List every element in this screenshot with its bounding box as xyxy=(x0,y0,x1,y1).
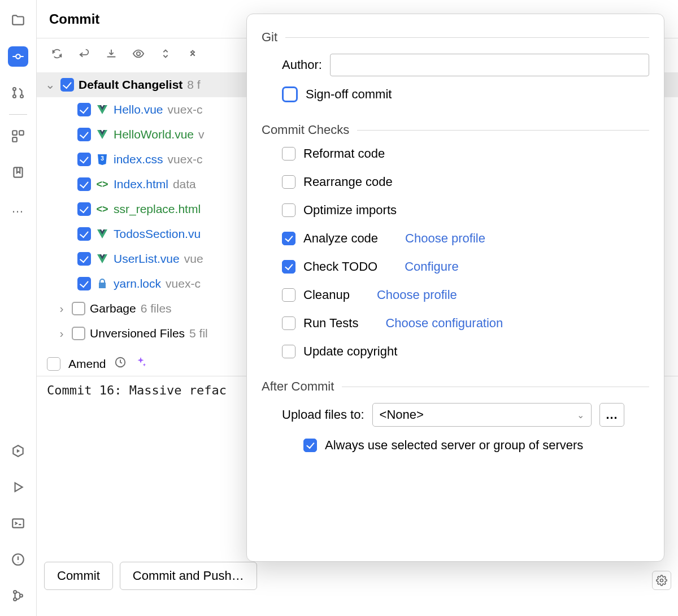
services-tool-icon[interactable] xyxy=(8,441,28,461)
bookmarks-tool-icon[interactable] xyxy=(8,162,28,183)
check-row: Check TODO Configure xyxy=(282,259,649,274)
file-checkbox[interactable] xyxy=(77,128,91,141)
check-label: Cleanup xyxy=(303,288,350,302)
panel-title: Commit xyxy=(49,11,99,27)
check-label: Reformat code xyxy=(303,146,385,161)
run-tests-config-link[interactable]: Choose configuration xyxy=(385,316,503,331)
group-label: Garbage xyxy=(90,302,136,315)
commit-tool-icon[interactable] xyxy=(8,46,28,67)
optimize-imports-checkbox[interactable] xyxy=(282,203,295,217)
file-name: Hello.vue xyxy=(114,103,163,116)
file-hint: vue xyxy=(184,252,203,266)
rollback-icon[interactable] xyxy=(74,44,94,64)
update-copyright-checkbox[interactable] xyxy=(282,345,295,358)
upload-label: Upload files to: xyxy=(282,407,364,422)
signoff-checkbox[interactable] xyxy=(282,86,298,102)
garbage-checkbox[interactable] xyxy=(72,302,85,315)
svg-point-3 xyxy=(20,95,23,98)
html-file-icon: <> xyxy=(95,202,109,216)
analyze-code-checkbox[interactable] xyxy=(282,232,295,245)
ai-sparkle-icon[interactable] xyxy=(134,356,147,371)
svg-point-16 xyxy=(660,579,663,582)
file-checkbox[interactable] xyxy=(77,103,91,116)
reformat-code-checkbox[interactable] xyxy=(282,147,295,160)
check-label: Analyze code xyxy=(303,231,378,246)
lock-file-icon xyxy=(95,277,109,290)
commit-button[interactable]: Commit xyxy=(44,562,113,590)
rearrange-code-checkbox[interactable] xyxy=(282,175,295,189)
file-hint: data xyxy=(173,177,196,191)
group-hint: 5 fil xyxy=(189,327,208,340)
check-row: Reformat code xyxy=(282,146,649,161)
divider xyxy=(357,130,649,131)
diff-preview-icon[interactable] xyxy=(128,44,149,64)
file-name: ssr_replace.html xyxy=(114,202,201,216)
always-use-label: Always use selected server or group of s… xyxy=(325,438,583,453)
commit-options-popup: Git Author: Sign-off commit Commit Check… xyxy=(246,14,664,562)
analyze-profile-link[interactable]: Choose profile xyxy=(405,231,485,246)
project-tool-icon[interactable] xyxy=(8,10,28,31)
file-checkbox[interactable] xyxy=(77,227,91,241)
vue-file-icon xyxy=(95,227,109,241)
run-tool-icon[interactable] xyxy=(8,477,28,497)
changelist-checkbox[interactable] xyxy=(60,78,74,92)
file-checkbox[interactable] xyxy=(77,252,91,266)
chevron-down-icon[interactable]: ⌄ xyxy=(45,78,56,92)
cleanup-profile-link[interactable]: Choose profile xyxy=(377,288,457,302)
file-hint: vuex-c xyxy=(168,103,203,116)
author-label: Author: xyxy=(282,58,322,72)
file-name: index.css xyxy=(114,153,163,166)
svg-rect-6 xyxy=(12,137,17,142)
divider xyxy=(285,37,649,38)
commit-and-push-button[interactable]: Commit and Push… xyxy=(120,562,257,590)
changelist-label: Default Changelist xyxy=(79,78,182,92)
terminal-tool-icon[interactable] xyxy=(8,513,28,533)
file-checkbox[interactable] xyxy=(77,153,91,166)
check-label: Update copyright xyxy=(303,344,397,359)
check-row: Rearrange code xyxy=(282,175,649,189)
more-tool-icon[interactable]: … xyxy=(8,198,28,219)
amend-checkbox[interactable] xyxy=(47,357,60,371)
file-checkbox[interactable] xyxy=(77,177,91,191)
amend-label: Amend xyxy=(68,357,106,371)
shelve-icon[interactable] xyxy=(101,44,121,64)
file-checkbox[interactable] xyxy=(77,277,91,290)
svg-point-12 xyxy=(20,595,23,597)
problems-tool-icon[interactable] xyxy=(8,549,28,570)
chevron-right-icon[interactable]: › xyxy=(56,302,67,315)
todo-configure-link[interactable]: Configure xyxy=(405,259,458,274)
pull-requests-tool-icon[interactable] xyxy=(8,83,28,103)
group-hint: 6 files xyxy=(141,302,172,315)
svg-point-11 xyxy=(14,598,16,601)
group-by-icon[interactable] xyxy=(182,44,203,64)
check-row: Analyze code Choose profile xyxy=(282,231,649,246)
cleanup-checkbox[interactable] xyxy=(282,288,295,302)
refresh-icon[interactable] xyxy=(47,44,67,64)
upload-browse-button[interactable]: … xyxy=(599,403,624,427)
svg-point-13 xyxy=(137,52,140,55)
svg-point-10 xyxy=(14,591,16,593)
file-hint: vuex-c xyxy=(168,153,203,166)
upload-target-select[interactable]: <None> ⌄ xyxy=(372,403,592,427)
run-tests-checkbox[interactable] xyxy=(282,316,295,330)
file-checkbox[interactable] xyxy=(77,202,91,216)
structure-tool-icon[interactable] xyxy=(8,126,28,146)
file-name: UserList.vue xyxy=(114,252,180,266)
check-todo-checkbox[interactable] xyxy=(282,260,295,274)
vue-file-icon xyxy=(95,128,109,141)
author-input[interactable] xyxy=(330,54,649,76)
check-label: Rearrange code xyxy=(303,175,393,189)
vue-file-icon xyxy=(95,103,109,116)
commit-settings-icon[interactable] xyxy=(652,571,671,590)
chevron-right-icon[interactable]: › xyxy=(56,327,67,340)
signoff-label: Sign-off commit xyxy=(306,87,392,102)
expand-collapse-icon[interactable] xyxy=(155,44,176,64)
history-icon[interactable] xyxy=(114,356,127,371)
always-use-server-checkbox[interactable] xyxy=(303,439,317,452)
commit-checks-section-label: Commit Checks xyxy=(262,123,349,137)
svg-point-1 xyxy=(13,88,16,90)
unversioned-checkbox[interactable] xyxy=(72,327,85,340)
vcs-tool-icon[interactable] xyxy=(8,585,28,606)
file-hint: vuex-c xyxy=(166,277,201,290)
svg-rect-5 xyxy=(19,131,24,135)
